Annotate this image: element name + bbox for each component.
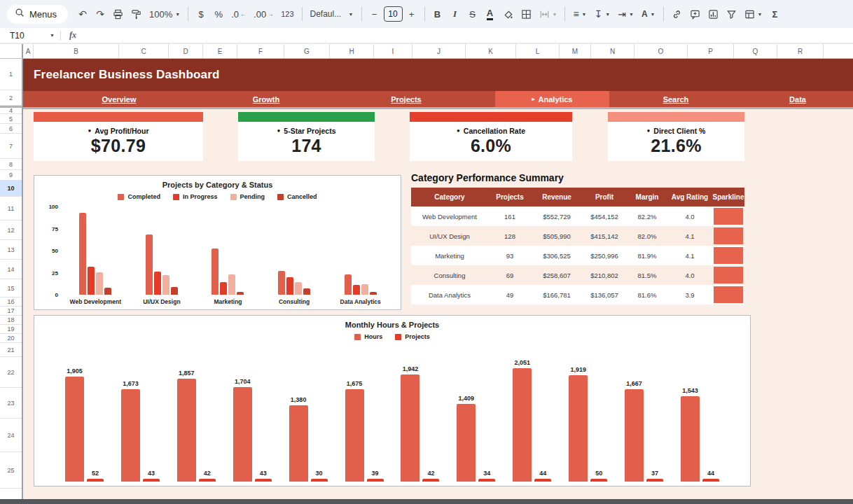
table-cell-sparkline[interactable] (712, 226, 744, 246)
nav-tab-growth[interactable]: Growth (215, 91, 317, 107)
table-cell[interactable]: Consulting (411, 265, 488, 285)
row-header-10[interactable]: 10 (0, 181, 22, 197)
text-wrap-button[interactable]: ⇥▼ (614, 5, 637, 23)
table-cell[interactable]: 81.9% (627, 246, 667, 265)
format-percent-button[interactable]: % (210, 5, 227, 23)
table-cell[interactable]: 69 (488, 265, 532, 285)
table-cell-sparkline[interactable] (712, 285, 744, 304)
row-header-6[interactable]: 6 (0, 124, 22, 134)
nav-tab-data[interactable]: Data (742, 91, 853, 107)
table-row[interactable]: Data Analytics49$166,781$136,05781.6%3.9 (411, 285, 744, 304)
row-header-19[interactable]: 19 (0, 325, 22, 334)
column-header-P[interactable]: P (688, 44, 734, 58)
table-cell[interactable]: 81.6% (627, 285, 667, 304)
table-row[interactable]: Consulting69$258,607$210,80281.5%4.0 (411, 265, 744, 285)
borders-button[interactable] (518, 5, 535, 23)
table-cell[interactable]: 49 (488, 285, 532, 304)
insert-comment-button[interactable] (686, 5, 704, 23)
row-header-18[interactable]: 18 (0, 316, 22, 325)
table-cell[interactable]: 3.9 (667, 285, 712, 304)
table-cell[interactable]: 82.0% (627, 226, 667, 246)
number-format-button[interactable]: 123 (277, 5, 297, 23)
font-family-select[interactable]: Defaul...▼ (307, 5, 357, 23)
table-cell[interactable]: $210,802 (582, 265, 627, 285)
row-header-16[interactable]: 16 (0, 298, 22, 307)
table-cell[interactable]: 4.0 (667, 206, 712, 226)
italic-button[interactable]: I (447, 5, 464, 23)
print-button[interactable] (109, 5, 127, 23)
row-header-23[interactable]: 23 (0, 388, 22, 419)
font-size-input[interactable]: 10 (384, 6, 403, 22)
table-row[interactable]: UI/UX Design128$505,990$415,14282.0%4.1 (411, 226, 744, 246)
text-rotation-button[interactable]: A▼ (638, 5, 659, 23)
column-header-B[interactable]: B (34, 44, 119, 58)
table-cell[interactable]: 81.5% (627, 265, 667, 285)
row-header-25[interactable]: 25 (0, 452, 22, 489)
table-cell[interactable]: $505,990 (532, 226, 582, 246)
row-header-1[interactable]: 1 (0, 59, 22, 90)
row-header-8[interactable]: 8 (0, 159, 22, 170)
column-header-H[interactable]: H (330, 44, 374, 58)
insert-chart-button[interactable] (705, 5, 722, 23)
table-cell[interactable]: 4.0 (667, 265, 712, 285)
table-cell[interactable]: $306,525 (532, 246, 582, 265)
column-header-C[interactable]: C (119, 44, 169, 58)
column-header-Q[interactable]: Q (734, 44, 777, 58)
select-all-corner[interactable] (0, 44, 23, 58)
name-box[interactable]: T10 ▼ (0, 28, 60, 43)
kpi-card-4[interactable]: ●Direct Client %21.6% (608, 112, 744, 161)
table-cell[interactable]: $166,781 (532, 285, 582, 304)
column-header-E[interactable]: E (203, 44, 237, 58)
table-cell[interactable]: $415,142 (582, 226, 627, 246)
functions-button[interactable]: Σ (766, 5, 783, 23)
table-cell-sparkline[interactable] (712, 265, 744, 285)
merge-cells-button[interactable]: ▼ (536, 5, 561, 23)
column-header-G[interactable]: G (284, 44, 330, 58)
table-cell[interactable]: UI/UX Design (411, 226, 488, 246)
zoom-select[interactable]: 100%▼ (146, 5, 183, 23)
table-cell[interactable]: 93 (488, 246, 532, 265)
row-header-22[interactable]: 22 (0, 357, 22, 388)
kpi-card-2[interactable]: ●5-Star Projects174 (238, 112, 375, 161)
table-row[interactable]: Web Development161$552,729$454,15282.2%4… (411, 206, 744, 226)
table-cell[interactable]: Data Analytics (411, 285, 488, 304)
category-status-chart[interactable]: Projects by Category & Status CompletedI… (34, 175, 401, 310)
vertical-align-button[interactable]: ↧▼ (591, 5, 614, 23)
row-header-9[interactable]: 9 (0, 170, 22, 181)
row-header-13[interactable]: 13 (0, 240, 22, 260)
row-header-5[interactable]: 5 (0, 114, 22, 124)
row-header-24[interactable]: 24 (0, 419, 22, 452)
table-cell[interactable]: $136,057 (582, 285, 627, 304)
row-header-17[interactable]: 17 (0, 307, 22, 316)
column-header-L[interactable]: L (516, 44, 560, 58)
decrease-font-size-button[interactable]: − (366, 5, 383, 23)
create-filter-button[interactable] (723, 5, 740, 23)
row-header-2[interactable]: 2 (0, 90, 22, 106)
row-header-14[interactable]: 14 (0, 260, 22, 279)
kpi-card-1[interactable]: ●Avg Profit/Hour$70.79 (34, 112, 203, 161)
row-header-20[interactable]: 20 (0, 334, 22, 343)
column-header-F[interactable]: F (237, 44, 284, 58)
monthly-hours-chart[interactable]: Monthly Hours & Projects HoursProjects 1… (34, 315, 751, 486)
row-header-11[interactable]: 11 (0, 197, 22, 220)
column-header-A[interactable]: A (23, 44, 34, 58)
row-header-4[interactable]: 4 (0, 108, 22, 114)
column-header-K[interactable]: K (466, 44, 516, 58)
decrease-decimal-button[interactable]: .0← (228, 5, 249, 23)
row-header-12[interactable]: 12 (0, 220, 22, 240)
undo-button[interactable]: ↶ (74, 5, 91, 23)
column-header-R[interactable]: R (777, 44, 824, 58)
menus-search-button[interactable]: Menus (7, 5, 68, 24)
paint-format-button[interactable] (127, 5, 145, 23)
table-cell-sparkline[interactable] (712, 246, 744, 265)
format-currency-button[interactable]: $ (193, 5, 209, 23)
text-color-button[interactable]: A (482, 5, 499, 23)
table-cell[interactable]: Web Development (411, 206, 488, 226)
table-cell[interactable]: 161 (488, 206, 532, 226)
increase-decimal-button[interactable]: .00→ (250, 5, 277, 23)
kpi-card-3[interactable]: ●Cancellation Rate6.0% (410, 112, 572, 161)
table-cell[interactable]: $552,729 (532, 206, 582, 226)
nav-tab-overview[interactable]: Overview (23, 91, 215, 107)
table-cell[interactable]: $250,996 (582, 246, 627, 265)
strikethrough-button[interactable]: S (464, 5, 481, 23)
